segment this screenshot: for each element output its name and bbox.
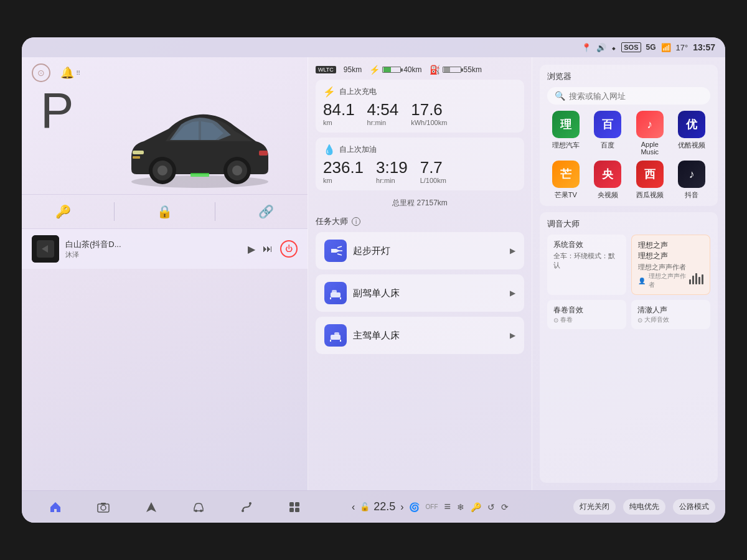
- svg-point-3: [157, 166, 167, 175]
- task-passenger-bed-label: 副驾单人床: [353, 287, 504, 299]
- music-controls: ▶ ⏭ ⏻: [248, 240, 298, 258]
- app-item-mango[interactable]: 芒 芒果TV: [547, 161, 585, 200]
- gear-display: P: [22, 82, 92, 139]
- svg-rect-21: [334, 332, 339, 335]
- sound-sub2-2: ⊙春卷: [553, 315, 620, 324]
- nav-route[interactable]: [223, 491, 271, 523]
- svg-rect-20: [331, 335, 341, 340]
- fuel-range: 55km: [464, 65, 482, 74]
- task-headlight-icon: [324, 240, 347, 262]
- task-item-driver-bed[interactable]: 主驾单人床 ▶: [316, 317, 524, 354]
- lock-icon[interactable]: 🔒: [157, 204, 172, 219]
- main-screen: 📍 🔊 ⬥ SOS 5G 📶 17° 13:57 ⊙ 🔔 ⠿ P: [22, 37, 725, 523]
- electric-stats-row: 84.1 km 4:54 hr:min 17.6 kWh/100km: [323, 101, 517, 126]
- fuel-stats-row: 236.1 km 3:19 hr:min 7.7 L/100km: [323, 159, 517, 184]
- total-mileage: 总里程 27157km: [316, 195, 524, 211]
- car-image-area: [92, 88, 308, 194]
- task-item-passenger-bed[interactable]: 副驾单人床 ▶: [316, 274, 524, 312]
- right-nav: 灯光关闭 纯电优先 公路模式: [542, 499, 715, 515]
- nav-small-icons: 🌀 OFF ≡ ❄ 🔑 ↺ ⟳: [409, 500, 509, 513]
- app-item-cctv[interactable]: 央 央视频: [590, 161, 627, 200]
- sound-item-3[interactable]: 清澈人声⊙大师音效: [631, 300, 710, 329]
- electric-range-item: ⚡ 40km: [369, 65, 421, 75]
- next-button[interactable]: ⏭: [263, 243, 273, 254]
- app-item-baidu[interactable]: 百 百度: [590, 111, 627, 156]
- search-bar[interactable]: 🔍: [547, 87, 710, 105]
- browser-section: 浏览器 🔍 理 理想汽车 百 百度 ♪ Apple Music 优 优酷视频 芒…: [540, 65, 718, 206]
- svg-line-13: [337, 246, 342, 248]
- recirculate-icon[interactable]: ↺: [487, 502, 495, 512]
- task-item-headlight[interactable]: 起步开灯 ▶: [316, 232, 524, 269]
- task-headlight-label: 起步开灯: [353, 245, 504, 257]
- svg-point-30: [249, 502, 251, 505]
- sound-item-0[interactable]: 系统音效全车：环绕模式：默认: [547, 235, 626, 295]
- nav-apps[interactable]: [270, 491, 318, 523]
- road-mode-btn[interactable]: 公路模式: [673, 499, 715, 515]
- app-item-xigua[interactable]: 西 西瓜视频: [631, 161, 669, 200]
- sync-icon[interactable]: ⟳: [501, 502, 509, 512]
- fuel-range-item: ⛽ 55km: [430, 65, 482, 75]
- svg-point-25: [101, 505, 106, 510]
- music-info: 白山茶(抖音D... 沐泽: [65, 239, 242, 259]
- app-item-lixiang[interactable]: 理 理想汽车: [547, 111, 585, 156]
- sound-title-0: 系统音效: [553, 240, 620, 250]
- key-icon[interactable]: 🔑: [55, 204, 71, 219]
- play-button[interactable]: ▶: [248, 243, 255, 255]
- nav-camera[interactable]: [80, 491, 128, 523]
- search-input[interactable]: [569, 91, 703, 101]
- fuel-time: 3:19 hr:min: [376, 159, 408, 184]
- nav-car[interactable]: [175, 491, 223, 523]
- parking-icon[interactable]: ⊙: [32, 63, 50, 82]
- task-driver-bed-arrow: ▶: [510, 331, 515, 340]
- app-name-douyin: 抖音: [685, 190, 698, 200]
- sound-item-1[interactable]: 理想之声理想之声理想之声声作者👤理想之声声作者: [631, 235, 710, 295]
- svg-rect-17: [332, 290, 337, 293]
- ev-priority-btn[interactable]: 纯电优先: [623, 499, 665, 515]
- app-item-youku[interactable]: 优 优酷视频: [674, 111, 711, 156]
- electric-battery: [382, 67, 401, 73]
- electric-efficiency-value: 17.6: [411, 101, 447, 118]
- notification-icon[interactable]: 🔔 ⠿: [60, 66, 80, 80]
- app-item-douyin[interactable]: ♪ 抖音: [674, 161, 711, 200]
- electric-stats-header: ⚡ 自上次充电: [323, 86, 517, 98]
- browser-title: 浏览器: [547, 71, 710, 82]
- task-info-icon[interactable]: i: [352, 217, 360, 226]
- temp-up-btn[interactable]: ›: [400, 502, 403, 513]
- fuel-distance: 236.1 km: [323, 159, 364, 184]
- svg-point-29: [242, 510, 244, 512]
- electric-efficiency-unit: kWh/100km: [411, 119, 447, 126]
- range-row: WLTC 95km ⚡ 40km ⛽ 55km: [316, 65, 524, 75]
- music-bar: 白山茶(抖音D... 沐泽 ▶ ⏭ ⏻: [22, 228, 308, 269]
- music-power-button[interactable]: ⏻: [280, 240, 298, 258]
- temp-down-btn[interactable]: ‹: [352, 502, 355, 513]
- fuel-distance-unit: km: [323, 177, 364, 184]
- fuel-stats-title: 自上次加油: [339, 144, 377, 155]
- app-icon-apple-music: ♪: [636, 111, 664, 138]
- fuel-efficiency: 7.7 L/100km: [420, 159, 446, 184]
- total-range: 95km: [344, 65, 362, 74]
- fuel-stats-header: 💧 自上次加油: [323, 144, 517, 156]
- task-passenger-bed-arrow: ▶: [510, 289, 515, 297]
- fuel-efficiency-unit: L/100km: [420, 177, 446, 184]
- sound-title-1: 理想之声: [638, 251, 703, 261]
- car-visual: [119, 95, 281, 188]
- defrost-icon[interactable]: ❄: [457, 502, 464, 512]
- fan-icon[interactable]: 🌀: [409, 502, 420, 512]
- electric-icon: ⚡: [323, 86, 336, 98]
- nav-navigation[interactable]: [127, 491, 175, 523]
- heat-icon[interactable]: ≡: [444, 500, 451, 513]
- sound-title-2: 春卷音效: [553, 305, 620, 315]
- airflow-icon[interactable]: 🔑: [471, 502, 481, 512]
- fuel-stats-section: 💧 自上次加油 236.1 km 3:19 hr:min 7.7 L/100km: [316, 138, 524, 190]
- app-name-cctv: 央视频: [598, 190, 618, 200]
- lights-off-btn[interactable]: 灯光关闭: [573, 499, 616, 515]
- sound-sub2-3: ⊙大师音效: [637, 315, 704, 324]
- app-item-apple-music[interactable]: ♪ Apple Music: [631, 111, 669, 156]
- sound-item-2[interactable]: 春卷音效⊙春卷: [547, 300, 626, 329]
- nav-home[interactable]: [32, 491, 80, 523]
- svg-rect-26: [101, 503, 106, 505]
- temperature-value: 22.5: [374, 500, 395, 513]
- electric-distance-unit: km: [323, 119, 355, 126]
- remote-icon[interactable]: 🔗: [258, 204, 274, 219]
- wltc-badge: WLTC: [316, 66, 336, 73]
